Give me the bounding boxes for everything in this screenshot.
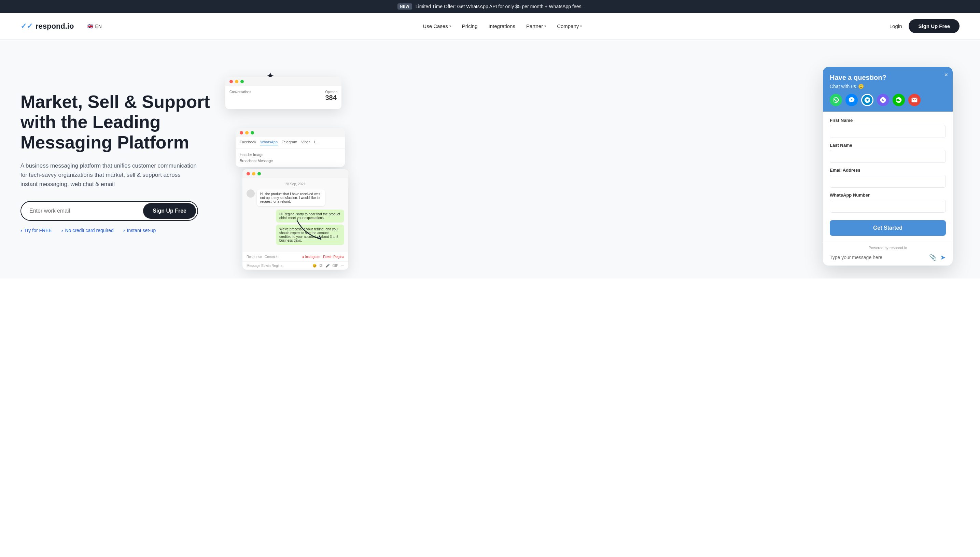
dot-red xyxy=(240,131,243,135)
first-name-label: First Name xyxy=(830,118,946,123)
user-avatar xyxy=(246,189,255,198)
banner-badge: NEW xyxy=(398,3,412,10)
last-name-input[interactable] xyxy=(830,150,946,163)
gif-icon[interactable]: GIF xyxy=(332,264,338,267)
comment-tab[interactable]: Comment xyxy=(265,255,279,259)
chat-widget-header: × Have a question? Chat with us 🙂 xyxy=(823,67,953,112)
email-address-input[interactable] xyxy=(830,175,946,188)
chevron-right-icon: › xyxy=(21,228,22,233)
chat-widget-footer: Powered by respond.io 📎 ➤ xyxy=(823,242,953,265)
message-bubble-1: Hi, the product that I have received was… xyxy=(257,189,325,206)
messenger-channel-icon[interactable] xyxy=(845,94,858,106)
dot-red xyxy=(246,172,250,176)
tab-telegram[interactable]: Telegram xyxy=(282,140,297,145)
message-input[interactable] xyxy=(830,255,926,260)
mic-icon[interactable]: 🎤 xyxy=(325,264,329,267)
broadcast-preview: Facebook WhatsApp Telegram Viber L... He… xyxy=(236,128,345,167)
email-input[interactable] xyxy=(21,202,142,220)
top-banner: NEW Limited Time Offer: Get WhatsApp API… xyxy=(0,0,980,13)
email-channel-icon[interactable] xyxy=(908,94,921,106)
dot-green xyxy=(251,131,254,135)
more-icon[interactable]: ⋯ xyxy=(341,264,344,267)
viber-channel-icon[interactable] xyxy=(877,94,889,106)
last-name-field: Last Name xyxy=(830,143,946,163)
chat-channels xyxy=(830,94,946,106)
whatsapp-number-field: WhatsApp Number xyxy=(830,192,946,213)
opened-label: Opened xyxy=(325,90,338,94)
tab-viber[interactable]: Viber xyxy=(301,140,310,145)
dot-yellow xyxy=(252,172,255,176)
hero-subtitle: A business messaging platform that unifi… xyxy=(21,161,198,189)
nav-company[interactable]: Company ▾ xyxy=(557,23,582,29)
attach-icon[interactable]: 📎 xyxy=(929,254,937,261)
banner-text: Limited Time Offer: Get WhatsApp API for… xyxy=(416,4,583,9)
logo-icon: ✓✓ xyxy=(21,22,33,31)
nav-use-cases-label: Use Cases xyxy=(423,23,448,29)
nav-integrations[interactable]: Integrations xyxy=(489,23,515,29)
broadcast-content: Header Image Broadcast Message xyxy=(236,148,345,167)
message-edwin-label: Message Edwin Regina xyxy=(246,264,282,267)
image-icon[interactable]: 🖼 xyxy=(319,264,323,267)
chat-widget-subtitle: Chat with us 🙂 xyxy=(830,84,946,89)
hero-section: Market, Sell & Support with the Leading … xyxy=(0,39,980,278)
line-channel-icon[interactable] xyxy=(893,94,905,106)
stat-label: Conversations xyxy=(230,90,251,94)
chat-date: 28 Sep, 2021 xyxy=(246,182,344,186)
login-button[interactable]: Login xyxy=(890,23,902,29)
whatsapp-number-label: WhatsApp Number xyxy=(830,192,946,198)
get-started-button[interactable]: Get Started xyxy=(830,220,946,236)
feature-instant-setup: › Instant set-up xyxy=(123,228,156,233)
navbar: ✓✓ respond.io 🇬🇧 EN Use Cases ▾ Pricing … xyxy=(0,13,980,39)
response-tab[interactable]: Response xyxy=(246,255,262,259)
chevron-down-icon: ▾ xyxy=(580,24,582,28)
hero-visual: ✦ Conversations Opened 384 xyxy=(225,60,959,265)
emoji-icon[interactable]: 😊 xyxy=(312,264,316,267)
nav-partner[interactable]: Partner ▾ xyxy=(526,23,546,29)
dashboard-stats: Conversations Opened 384 xyxy=(230,90,338,102)
lang-label: EN xyxy=(95,24,101,29)
nav-links: Use Cases ▾ Pricing Integrations Partner… xyxy=(116,23,890,29)
header-image-label: Header Image xyxy=(240,153,341,157)
telegram-channel-icon[interactable] xyxy=(861,94,874,106)
chat-widget-close-button[interactable]: × xyxy=(944,72,948,78)
lang-selector[interactable]: 🇬🇧 EN xyxy=(87,24,101,29)
tab-more[interactable]: L... xyxy=(314,140,319,145)
nav-pricing[interactable]: Pricing xyxy=(462,23,478,29)
dot-green xyxy=(258,172,261,176)
logo[interactable]: ✓✓ respond.io xyxy=(21,22,74,31)
tab-facebook[interactable]: Facebook xyxy=(240,140,256,145)
dashboard-titlebar xyxy=(225,77,341,86)
nav-integrations-label: Integrations xyxy=(489,23,515,29)
instagram-label: ● Instagram · Edwin Regina xyxy=(302,255,344,259)
whatsapp-number-input[interactable] xyxy=(830,200,946,213)
feature-try-free: › Try for FREE xyxy=(21,228,52,233)
nav-pricing-label: Pricing xyxy=(462,23,478,29)
nav-signup-button[interactable]: Sign Up Free xyxy=(909,19,959,33)
powered-by-label: Powered by respond.io xyxy=(830,246,946,250)
opened-stat: Opened 384 xyxy=(325,90,338,102)
chat-with-us-label: Chat with us xyxy=(830,84,856,89)
hero-content: Market, Sell & Support with the Leading … xyxy=(21,92,225,233)
chevron-down-icon: ▾ xyxy=(544,24,546,28)
dot-red xyxy=(230,80,233,83)
tab-whatsapp[interactable]: WhatsApp xyxy=(260,140,277,145)
send-icon[interactable]: ➤ xyxy=(940,253,946,261)
hero-title: Market, Sell & Support with the Leading … xyxy=(21,92,225,153)
broadcast-tabs: Facebook WhatsApp Telegram Viber L... xyxy=(236,137,345,148)
dashboard-preview: Conversations Opened 384 xyxy=(225,77,341,109)
smile-emoji: 🙂 xyxy=(858,84,864,89)
hero-signup-button[interactable]: Sign Up Free xyxy=(143,203,196,219)
nav-use-cases[interactable]: Use Cases ▾ xyxy=(423,23,451,29)
chat-form: First Name Last Name Email Address Whats… xyxy=(823,112,953,242)
whatsapp-channel-icon[interactable] xyxy=(830,94,842,106)
arrow-decoration xyxy=(294,217,334,244)
dot-yellow xyxy=(235,80,238,83)
feature-instant-setup-label: Instant set-up xyxy=(127,228,156,233)
chat-widget-title: Have a question? xyxy=(830,74,946,81)
chat-message-1: Hi, the product that I have received was… xyxy=(246,189,344,206)
dot-yellow xyxy=(245,131,249,135)
message-input-row: Message Edwin Regina 😊 🖼 🎤 GIF ⋯ xyxy=(243,261,348,270)
opened-value: 384 xyxy=(325,94,338,102)
first-name-input[interactable] xyxy=(830,125,946,138)
email-form: Sign Up Free xyxy=(21,201,198,221)
